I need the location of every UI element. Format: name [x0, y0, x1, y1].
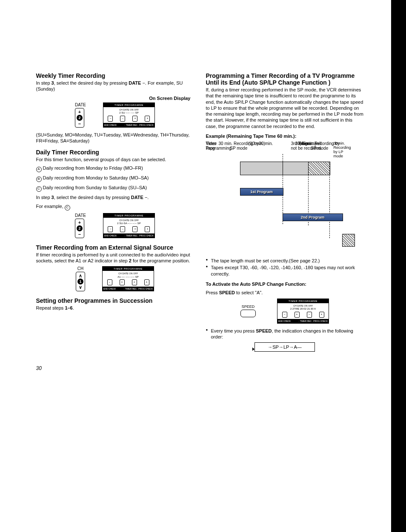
heading-daily: Daily Timer Recording: [36, 149, 194, 156]
succession-instruction: Repeat steps 1–6.: [36, 305, 194, 311]
weekly-instruction: In step 3, select the desired day by pre…: [36, 80, 194, 92]
heading-external: Timer Recording from an External Signal …: [36, 244, 194, 251]
osd-speed: TIMER PROGRAMME CH DATE ON OFF 2 27WE 20…: [277, 299, 329, 324]
example-heading: Example (Remaining Tape Time 60 min.):: [206, 134, 364, 139]
osd-daily: TIMER PROGRAMME CH DATE ON OFF 2 SU-SA -…: [103, 213, 155, 238]
activate-heading: To Activate the Auto SP/LP Change Functi…: [206, 281, 364, 287]
osd-label: On Screen Display: [36, 96, 191, 101]
tape-notes: The tape length must be set correctly.(S…: [206, 258, 364, 277]
osd-weekly: TIMER PROGRAMME CH DATE ON OFF 2 SU --:-…: [103, 102, 155, 128]
heading-succession: Setting other Programmes in Succession: [36, 297, 194, 304]
heading-autosplp: Programming a Timer Recording of a TV Pr…: [206, 72, 364, 86]
daily-intro: For this timer function, several groups …: [36, 156, 194, 162]
ch-button-figure: CH ∧1∨: [76, 266, 85, 291]
autosplp-body: If, during a timer recording performed i…: [206, 87, 364, 129]
activate-instruction: Press SPEED to select "A".: [206, 290, 364, 296]
speed-button-figure: SPEED: [240, 304, 256, 317]
date-button-figure-2: DATE +2−: [75, 213, 86, 238]
daily-option-c: C Daily recording from Sunday to Saturda…: [36, 185, 194, 192]
tape-diagram: 30 min. Recording by SP mode 15 min. Rec…: [206, 141, 355, 256]
daily-example: For example, C: [36, 203, 194, 211]
osd-external: TIMER PROGRAMME CH DATE ON OFF A1 ---- -…: [102, 266, 154, 291]
page-number: 30: [36, 365, 42, 371]
day-legend: (SU=Sunday, MO=Monday, TU=Tuesday, WE=We…: [36, 132, 194, 144]
date-button-figure: DATE + 2 −: [75, 102, 86, 128]
speed-cycle: →SP→LP→A—: [254, 342, 315, 352]
daily-option-a: A Daily recording from Monday to Friday …: [36, 165, 194, 172]
heading-weekly: Weekly Timer Recording: [36, 72, 194, 79]
external-instruction: If timer recording is performed by a uni…: [36, 252, 194, 264]
speed-note: Every time you press SPEED, the indicati…: [206, 328, 364, 340]
daily-instruction: In step 3, select the desired days by pr…: [36, 194, 194, 200]
daily-option-b: B Daily recording from Monday to Saturda…: [36, 175, 194, 182]
